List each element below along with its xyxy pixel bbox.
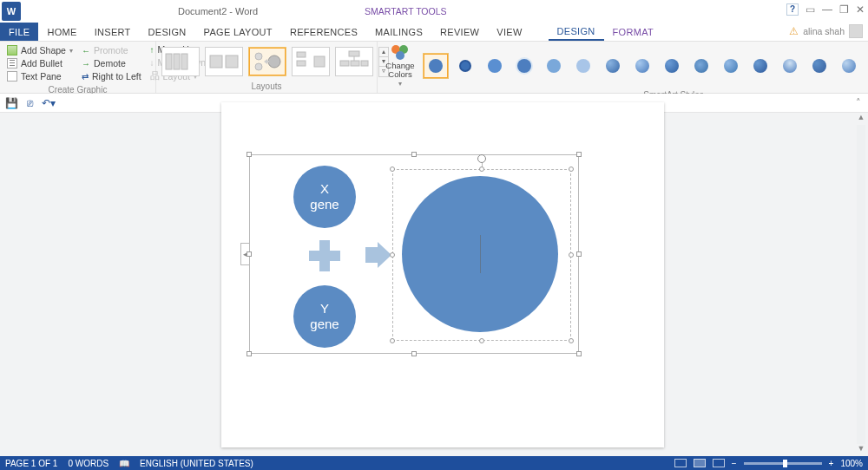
vertical-scrollbar[interactable]: ▲ ▼ bbox=[854, 113, 868, 456]
document-page[interactable]: ◂ Xgene Ygene bbox=[221, 102, 664, 447]
style-thumb-1[interactable] bbox=[452, 53, 478, 79]
svg-rect-1 bbox=[174, 54, 180, 69]
style-thumb-4[interactable] bbox=[541, 53, 567, 79]
user-name: alina shah bbox=[803, 26, 845, 36]
resize-handle[interactable] bbox=[569, 338, 574, 343]
title-bar: W Document2 - Word SMARTART TOOLS ? ▭ — … bbox=[0, 0, 868, 23]
layout-thumb-4[interactable] bbox=[292, 47, 330, 76]
style-thumb-8[interactable] bbox=[659, 53, 685, 79]
view-read-mode[interactable] bbox=[674, 459, 687, 467]
view-web-layout[interactable] bbox=[713, 459, 725, 467]
resize-handle[interactable] bbox=[479, 166, 484, 172]
add-shape-button[interactable]: Add Shape ▾ bbox=[5, 44, 75, 56]
demote-button[interactable]: →Demote bbox=[80, 57, 143, 69]
style-thumb-0[interactable] bbox=[423, 53, 449, 79]
svg-point-7 bbox=[268, 55, 280, 68]
right-to-left-button[interactable]: ⇄Right to Left bbox=[80, 70, 143, 82]
layouts-gallery[interactable]: ▴▾▿ bbox=[161, 47, 389, 77]
user-account-area[interactable]: ⚠ alina shah bbox=[789, 24, 863, 38]
zoom-in-button[interactable]: + bbox=[829, 459, 834, 468]
save-button[interactable]: 💾 bbox=[5, 97, 18, 109]
tab-file[interactable]: FILE bbox=[0, 23, 38, 41]
status-word-count[interactable]: 0 WORDS bbox=[68, 459, 108, 468]
tab-smartart-design[interactable]: DESIGN bbox=[549, 23, 604, 41]
resize-handle[interactable] bbox=[390, 252, 395, 258]
contextual-tools-header: SMARTART TOOLS bbox=[365, 6, 447, 16]
resize-handle[interactable] bbox=[576, 351, 582, 356]
resize-handle[interactable] bbox=[576, 152, 582, 157]
smartart-node-y-gene[interactable]: Ygene bbox=[293, 285, 356, 348]
ribbon-display-options-icon[interactable]: ▭ bbox=[806, 3, 815, 16]
rotate-handle[interactable] bbox=[477, 154, 486, 163]
tab-home[interactable]: HOME bbox=[38, 23, 85, 41]
layout-thumb-3-selected[interactable] bbox=[248, 47, 286, 76]
ribbon: Add Shape ▾ Add Bullet Text Pane ←Promot… bbox=[0, 42, 868, 94]
undo-button[interactable]: ↶▾ bbox=[42, 97, 56, 109]
tab-mailings[interactable]: MAILINGS bbox=[366, 23, 431, 41]
style-thumb-3[interactable] bbox=[511, 53, 537, 79]
help-button[interactable]: ? bbox=[786, 3, 799, 16]
window-controls: ? ▭ — ❐ ✕ bbox=[786, 3, 865, 16]
zoom-slider[interactable] bbox=[744, 462, 822, 465]
style-thumb-12[interactable] bbox=[777, 53, 803, 79]
style-thumb-14[interactable] bbox=[836, 53, 862, 79]
zoom-level[interactable]: 100% bbox=[840, 459, 863, 468]
restore-button[interactable]: ❐ bbox=[839, 3, 849, 16]
ribbon-tabs: FILE HOME INSERT DESIGN PAGE LAYOUT REFE… bbox=[0, 23, 868, 42]
promote-button[interactable]: ←Promote bbox=[80, 44, 143, 56]
smartart-node-x-gene[interactable]: Xgene bbox=[293, 166, 356, 228]
style-thumb-11[interactable] bbox=[747, 53, 773, 79]
text-pane-button[interactable]: Text Pane bbox=[5, 70, 75, 82]
resize-handle[interactable] bbox=[411, 351, 417, 356]
style-thumb-5[interactable] bbox=[570, 53, 596, 79]
zoom-out-button[interactable]: − bbox=[732, 459, 737, 468]
resize-handle[interactable] bbox=[569, 252, 574, 258]
tab-page-layout[interactable]: PAGE LAYOUT bbox=[195, 23, 281, 41]
touch-mode-button[interactable]: ⎚ bbox=[27, 97, 33, 109]
tab-insert[interactable]: INSERT bbox=[86, 23, 140, 41]
style-thumb-9[interactable] bbox=[688, 53, 714, 79]
resize-handle[interactable] bbox=[247, 251, 252, 257]
resize-handle[interactable] bbox=[479, 338, 484, 343]
svg-rect-11 bbox=[349, 51, 359, 56]
svg-rect-13 bbox=[351, 61, 359, 66]
style-thumb-2[interactable] bbox=[482, 53, 508, 79]
ribbon-group-layouts: ▴▾▿ Layouts bbox=[156, 42, 378, 93]
svg-rect-4 bbox=[226, 55, 238, 68]
tab-design[interactable]: DESIGN bbox=[140, 23, 195, 41]
styles-gallery[interactable]: ▴▾▿ bbox=[423, 50, 868, 81]
tab-review[interactable]: REVIEW bbox=[431, 23, 488, 41]
svg-point-6 bbox=[255, 63, 262, 70]
resize-handle[interactable] bbox=[247, 152, 252, 157]
resize-handle[interactable] bbox=[569, 166, 574, 172]
status-page[interactable]: PAGE 1 OF 1 bbox=[5, 459, 57, 468]
resize-handle[interactable] bbox=[411, 152, 417, 157]
style-thumb-13[interactable] bbox=[806, 53, 832, 79]
collapse-ribbon-button[interactable]: ˄ bbox=[856, 97, 861, 108]
style-thumb-7[interactable] bbox=[629, 53, 655, 79]
resize-handle[interactable] bbox=[576, 251, 582, 257]
tab-view[interactable]: VIEW bbox=[488, 23, 530, 41]
close-button[interactable]: ✕ bbox=[856, 3, 865, 16]
scroll-down-icon[interactable]: ▼ bbox=[854, 444, 868, 456]
add-bullet-button[interactable]: Add Bullet bbox=[5, 57, 75, 69]
layout-thumb-2[interactable] bbox=[205, 47, 243, 76]
tab-references[interactable]: REFERENCES bbox=[281, 23, 366, 41]
resize-handle[interactable] bbox=[247, 351, 252, 356]
spellcheck-icon[interactable]: 📖 bbox=[119, 459, 129, 468]
status-language[interactable]: ENGLISH (UNITED STATES) bbox=[140, 459, 253, 468]
style-thumb-6[interactable] bbox=[600, 53, 626, 79]
layout-thumb-1[interactable] bbox=[161, 47, 200, 76]
tab-smartart-format[interactable]: FORMAT bbox=[604, 23, 662, 41]
smartart-selection-frame[interactable]: ◂ Xgene Ygene bbox=[249, 154, 579, 354]
change-colors-button[interactable]: Change Colors▾ bbox=[383, 43, 418, 88]
view-print-layout[interactable] bbox=[694, 459, 706, 467]
resize-handle[interactable] bbox=[390, 166, 395, 172]
scrollbar-track[interactable] bbox=[857, 125, 865, 444]
style-thumb-10[interactable] bbox=[718, 53, 744, 79]
smartart-node-result[interactable] bbox=[402, 176, 558, 332]
layout-thumb-5[interactable] bbox=[335, 47, 373, 76]
resize-handle[interactable] bbox=[390, 338, 395, 343]
scroll-up-icon[interactable]: ▲ bbox=[854, 113, 868, 125]
minimize-button[interactable]: — bbox=[822, 3, 832, 16]
